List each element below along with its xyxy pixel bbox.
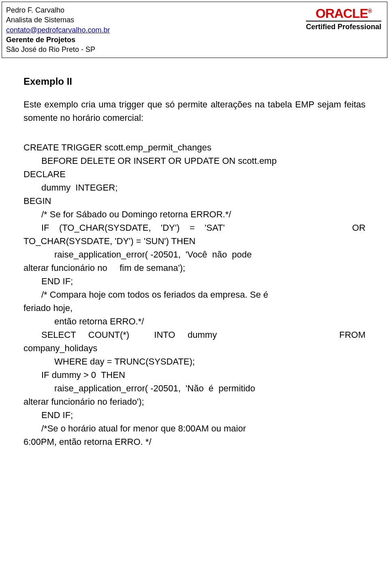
code-block: CREATE TRIGGER scott.emp_permit_changes … (24, 141, 365, 449)
code-line: /* Se for Sábado ou Domingo retorna ERRO… (41, 208, 365, 221)
oracle-cert-text: Certified Professional (306, 23, 381, 31)
author-name: Pedro F. Carvalho (6, 5, 110, 15)
code-line: CREATE TRIGGER scott.emp_permit_changes (24, 141, 365, 154)
code-line: TO_CHAR(SYSDATE, 'DY') = 'SUN') THEN (24, 234, 365, 248)
code-line: alterar funcionário no fim de semana'); (24, 261, 365, 275)
code-line: 6:00PM, então retorna ERRO. */ (24, 435, 365, 449)
header-box: Pedro F. Carvalho Analista de Sistemas c… (2, 2, 387, 58)
code-line: IF dummy > 0 THEN (41, 368, 365, 382)
code-line: BEGIN (24, 194, 365, 208)
code-line: raise_application_error( -20501, 'Você n… (54, 248, 365, 261)
code-line: END IF; (41, 275, 365, 288)
code-line: END IF; (41, 408, 365, 422)
code-line: DECLARE (24, 167, 365, 181)
author-role-1: Analista de Sistemas (6, 15, 110, 25)
code-line: company_holidays (24, 341, 365, 355)
header-left: Pedro F. Carvalho Analista de Sistemas c… (6, 5, 110, 54)
code-line: IF (TO_CHAR(SYSDATE, 'DY') = 'SAT'OR (41, 221, 365, 234)
code-line: dummy INTEGER; (41, 181, 365, 194)
code-line: WHERE day = TRUNC(SYSDATE); (54, 355, 365, 368)
oracle-logo: ORACLE® (306, 8, 381, 19)
oracle-brand-text: ORACLE (316, 6, 368, 21)
code-line: alterar funcionário no feriado'); (24, 395, 365, 408)
intro-paragraph: Este exemplo cria uma trigger que só per… (24, 98, 365, 124)
code-line: raise_application_error( -20501, 'Não é … (54, 382, 365, 395)
author-role-2: Gerente de Projetos (6, 35, 110, 45)
example-heading: Exemplo II (24, 74, 365, 89)
page-content: Exemplo II Este exemplo cria uma trigger… (2, 58, 387, 449)
registered-icon: ® (368, 8, 372, 14)
author-email-link[interactable]: contato@pedrofcarvalho.com.br (6, 26, 110, 34)
code-line: feriado hoje, (24, 301, 365, 315)
author-location: São José do Rio Preto - SP (6, 45, 110, 54)
code-line: /* Compara hoje com todos os feriados da… (41, 288, 365, 301)
code-line: BEFORE DELETE OR INSERT OR UPDATE ON sco… (41, 154, 365, 167)
code-line: então retorna ERRO.*/ (54, 315, 365, 328)
oracle-divider (306, 21, 381, 21)
code-line: /*Se o horário atual for menor que 8:00A… (41, 422, 365, 435)
oracle-badge: ORACLE® Certified Professional (306, 5, 383, 31)
code-line: SELECT COUNT(*) INTO dummyFROM (41, 328, 365, 341)
